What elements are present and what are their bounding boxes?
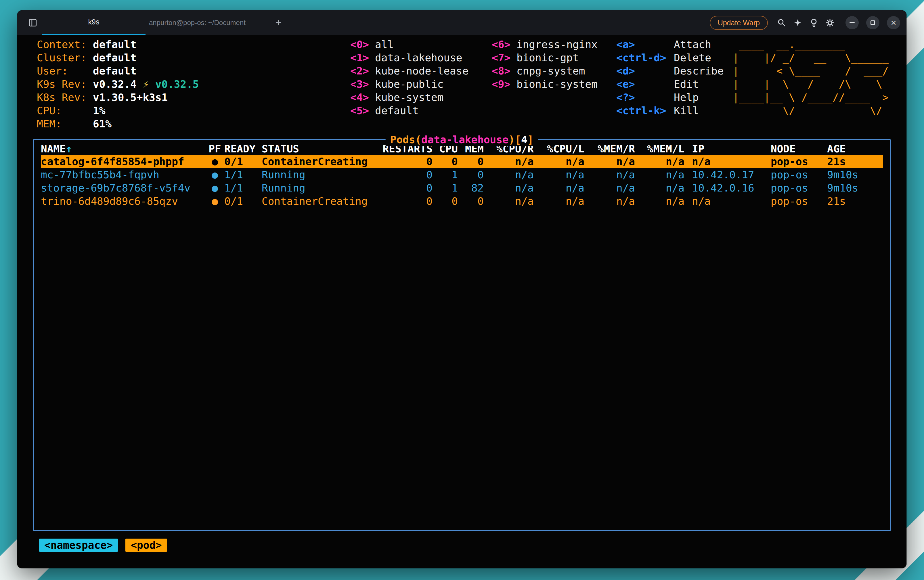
col-header-mem-r: %MEM/R [585,142,635,155]
pod-ip: 10.42.0.17 [684,168,771,181]
pod-cpu-l: n/a [534,194,585,208]
pod-ready: 0/1 [224,194,262,208]
pod-ready: 1/1 [224,181,262,194]
settings-gear-icon[interactable] [822,10,838,35]
ns-name: data-lakehouse [375,52,462,64]
k9s-terminal: Context:default Cluster:default User:def… [17,35,906,568]
hotkey-action: Kill [674,105,699,117]
pod-restarts: 0 [378,181,433,194]
ns-key: <7> [492,51,517,64]
col-header-cpu-l: %CPU/L [534,142,585,155]
close-button[interactable]: × [887,16,900,29]
pod-restarts: 0 [378,194,433,208]
pod-status: Running [262,181,378,194]
ns-name: kube-node-lease [375,65,468,77]
pod-mem-l: n/a [635,181,684,194]
info-label: CPU: [37,104,93,117]
pod-name: catalog-6f4f85854-phppf [41,155,205,168]
new-tab-button[interactable]: + [269,10,288,35]
pod-mem-r: n/a [585,194,635,208]
info-label: K8s Rev: [37,91,93,104]
upgrade-bolt-icon: ⚡ [143,78,149,90]
pod-name: trino-6d489d89c6-85qzv [41,194,205,208]
col-header-pf: PF [205,142,224,155]
pod-node: pop-os [771,168,827,181]
pod-mem-r: n/a [585,168,635,181]
pod-age: 9m10s [827,181,883,194]
title-resource: Pods( [390,134,421,145]
pod-mem: 0 [458,194,484,208]
k9s-ascii-logo: ____ __.________ | |/ _/ __ \______ | < … [733,38,906,117]
tabbar-spacer [288,10,710,35]
info-label: User: [37,64,93,77]
info-value: 61% [93,118,112,130]
pod-pf-dot: ● [205,181,224,194]
k9s-logo: ____ __.________ | |/ _/ __ \______ | < … [733,38,906,130]
pod-mem-l: n/a [635,168,684,181]
pod-cpu: 1 [433,168,458,181]
ns-name: kube-system [375,91,443,103]
hotkey-action: Describe [674,65,723,77]
pod-mem: 82 [458,181,484,194]
hotkey-hints: <a>Attach <ctrl-d>Delete <d>Describe <e>… [616,38,733,130]
table-row-trino[interactable]: trino-6d489d89c6-85qzv ● 0/1 ContainerCr… [41,194,883,208]
pod-status: ContainerCreating [262,155,378,168]
table-row-catalog[interactable]: catalog-6f4f85854-phppf ● 0/1 ContainerC… [41,155,883,168]
col-header-status: STATUS [262,142,378,155]
tab-shell-session[interactable]: anpurton@pop-os: ~/Document [145,10,269,35]
pod-cpu-r: n/a [484,168,534,181]
hotkey-key: <?> [616,91,674,104]
ai-sparkle-icon[interactable] [790,10,806,35]
ns-key: <3> [350,77,375,91]
close-icon: × [891,18,896,27]
pod-node: pop-os [771,155,827,168]
search-icon[interactable] [774,10,790,35]
table-row-mc[interactable]: mc-77bfbc55b4-fqpvh ● 1/1 Running 0 1 0 … [41,168,883,181]
pod-ip: 10.42.0.16 [684,181,771,194]
table-row-storage[interactable]: storage-69b7c8768f-v5f4v ● 1/1 Running 0… [41,181,883,194]
update-warp-button[interactable]: Update Warp [710,16,768,30]
pod-pf-dot: ● [205,194,224,208]
hotkey-key: <ctrl-d> [616,51,674,64]
pod-pf-dot: ● [205,168,224,181]
maximize-button[interactable] [866,16,880,29]
cluster-info: Context:default Cluster:default User:def… [37,38,350,130]
ns-name: kube-public [375,78,443,90]
terminal-window: k9s anpurton@pop-os: ~/Document + Update… [17,10,906,568]
pod-mem-r: n/a [585,155,635,168]
info-label: Cluster: [37,51,93,64]
ns-key: <1> [350,51,375,64]
info-label: Context: [37,38,93,51]
col-header-node: NODE [771,142,827,155]
k9s-header: Context:default Cluster:default User:def… [17,35,906,130]
hotkey-action: Help [674,91,699,103]
lightbulb-icon[interactable] [806,10,822,35]
pod-pf-dot: ● [205,155,224,168]
ns-key: <9> [492,77,517,91]
hotkey-action: Edit [674,78,699,90]
pod-age: 21s [827,194,883,208]
hotkey-key: <a> [616,38,674,51]
pod-cpu-l: n/a [534,181,585,194]
tab-label: k9s [88,18,99,26]
pod-mem: 0 [458,155,484,168]
info-value: default [93,52,137,64]
hotkey-key: <d> [616,64,674,77]
pod-node: pop-os [771,181,827,194]
pod-cpu-r: n/a [484,181,534,194]
ns-key: <8> [492,64,517,77]
pod-ready: 0/1 [224,155,262,168]
pod-ip: n/a [684,194,771,208]
bookmarks-icon[interactable] [23,10,42,35]
info-value: default [93,38,137,50]
col-header-age: AGE [827,142,883,155]
pod-mem-r: n/a [585,181,635,194]
col-header-ip: IP [684,142,771,155]
table-title: Pods(data-lakehouse)[4] [385,133,539,147]
col-header-ready: READY [224,142,262,155]
pod-status: ContainerCreating [262,194,378,208]
hotkey-action: Attach [674,38,711,50]
col-header-name: NAME↑ [41,142,205,155]
minimize-button[interactable] [845,16,859,29]
tab-k9s[interactable]: k9s [42,10,145,35]
